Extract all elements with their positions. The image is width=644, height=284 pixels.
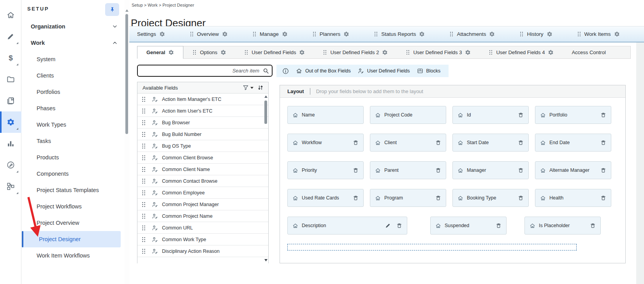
search-icon[interactable] xyxy=(263,68,269,74)
filter-caret-icon[interactable] xyxy=(250,87,253,89)
layout-field-portfolio[interactable]: Portfolio xyxy=(535,106,611,124)
drag-handle-icon[interactable] xyxy=(141,178,146,184)
subtab-user-defined-fields[interactable]: User Defined Fields xyxy=(235,46,314,58)
drag-handle-icon[interactable] xyxy=(141,108,146,114)
subtab-user-defined-fields-4[interactable]: User Defined Fields 4 xyxy=(480,46,563,58)
drag-handle-icon[interactable] xyxy=(244,49,248,55)
trash-icon[interactable] xyxy=(518,139,524,146)
trash-icon[interactable] xyxy=(600,195,606,201)
chevron-down-icon[interactable] xyxy=(112,24,118,29)
field-drop-zone[interactable] xyxy=(287,244,577,250)
sort-icon[interactable] xyxy=(257,85,264,91)
tab-work-items[interactable]: Work Items xyxy=(577,31,620,37)
layout-field-client[interactable]: Client xyxy=(370,134,446,152)
layout-field-used-rate-cards[interactable]: Used Rate Cards xyxy=(287,189,364,207)
edit-icon[interactable] xyxy=(385,222,391,229)
tab-gear-icon[interactable] xyxy=(489,31,495,37)
trash-icon[interactable] xyxy=(435,139,441,146)
sidebar-item-project-status-templates[interactable]: Project Status Templates xyxy=(22,182,124,198)
rail-folder-icon[interactable] xyxy=(0,69,21,90)
layout-field-manager[interactable]: Manager xyxy=(452,161,529,179)
drag-handle-icon[interactable] xyxy=(141,120,146,126)
drag-handle-icon[interactable] xyxy=(141,96,146,102)
tab-gear-icon[interactable] xyxy=(382,49,388,55)
tab-gear-icon[interactable] xyxy=(168,49,174,55)
layout-field-workflow[interactable]: Workflow xyxy=(287,134,364,152)
layout-field-alternate-manager[interactable]: Alternate Manager xyxy=(535,161,611,179)
trash-icon[interactable] xyxy=(518,112,524,118)
tab-gear-icon[interactable] xyxy=(299,49,305,55)
trash-icon[interactable] xyxy=(496,222,501,229)
layout-field-health[interactable]: Health xyxy=(535,189,611,207)
drag-handle-icon[interactable] xyxy=(489,49,493,55)
field-item-bug-build-number[interactable]: Bug Build Number xyxy=(137,129,268,140)
tab-planners[interactable]: Planners xyxy=(312,31,349,37)
tab-gear-icon[interactable] xyxy=(465,49,471,55)
sidebar-item-components[interactable]: Components xyxy=(22,166,124,182)
drag-handle-icon[interactable] xyxy=(192,49,197,55)
trash-icon[interactable] xyxy=(353,195,359,201)
drag-handle-icon[interactable] xyxy=(190,31,194,37)
layout-field-start-date[interactable]: Start Date xyxy=(452,134,529,152)
scroll-up-arrow-icon[interactable] xyxy=(264,95,267,98)
fields-list-scrollbar[interactable] xyxy=(263,93,268,263)
rail-gear-icon[interactable] xyxy=(0,111,21,133)
tab-history[interactable]: History xyxy=(519,31,552,37)
filter-icon[interactable] xyxy=(243,85,249,91)
search-input[interactable] xyxy=(138,65,272,76)
tab-status-reports[interactable]: Status Reports xyxy=(374,31,425,37)
drag-handle-icon[interactable] xyxy=(141,236,146,243)
pin-button[interactable] xyxy=(105,3,119,16)
sidebar-item-work-item-workflows[interactable]: Work Item Workflows xyxy=(22,247,124,264)
tab-attachments[interactable]: Attachments xyxy=(449,31,495,37)
subtab-user-defined-fields-2[interactable]: User Defined Fields 2 xyxy=(314,46,397,58)
trash-icon[interactable] xyxy=(396,222,402,229)
sidebar-item-system[interactable]: System xyxy=(22,51,124,67)
field-item-common-client-name[interactable]: Common Client Name xyxy=(137,164,268,175)
tab-gear-icon[interactable] xyxy=(547,31,553,37)
sidebar-item-work-types[interactable]: Work Types xyxy=(22,116,124,133)
sidebar-item-organization[interactable]: Organization xyxy=(22,18,124,35)
layout-field-suspended[interactable]: Suspended xyxy=(430,217,507,235)
trash-icon[interactable] xyxy=(435,195,441,201)
field-item-common-employee[interactable]: Common Employee xyxy=(137,187,268,199)
sidebar-item-work[interactable]: Work xyxy=(22,35,124,51)
sidebar-item-project-designer[interactable]: Project Designer xyxy=(22,231,121,247)
drag-handle-icon[interactable] xyxy=(577,31,581,37)
drag-handle-icon[interactable] xyxy=(141,248,146,254)
trash-icon[interactable] xyxy=(518,195,524,201)
drag-handle-icon[interactable] xyxy=(449,31,454,37)
field-item-bug-browser[interactable]: Bug Browser xyxy=(137,117,268,129)
layout-field-booking-type[interactable]: Booking Type xyxy=(452,189,529,207)
rail-dollar-icon[interactable] xyxy=(0,47,21,69)
drag-handle-icon[interactable] xyxy=(374,31,378,37)
field-item-common-project-manager[interactable]: Common Project Manager xyxy=(137,199,268,210)
trash-icon[interactable] xyxy=(353,167,359,173)
field-item-action-item-manager-s-etc[interactable]: Action Item Manager's ETC xyxy=(137,93,268,105)
field-item-bug-os-type[interactable]: Bug OS Type xyxy=(137,140,268,152)
subtab-access-control[interactable]: Access Control xyxy=(563,46,614,58)
rail-book-icon[interactable] xyxy=(0,90,21,111)
tab-manage[interactable]: Manage xyxy=(252,31,288,37)
drag-handle-icon[interactable] xyxy=(406,49,410,55)
sidebar-item-tasks[interactable]: Tasks xyxy=(22,133,124,149)
layout-field-description[interactable]: Description xyxy=(287,217,407,235)
trash-icon[interactable] xyxy=(600,112,606,118)
sidebar-item-clients[interactable]: Clients xyxy=(22,67,124,84)
subtab-general[interactable]: General xyxy=(137,46,183,59)
sidebar-scrollbar[interactable] xyxy=(125,0,129,284)
drag-handle-icon[interactable] xyxy=(141,131,146,138)
scroll-up-arrow-icon[interactable] xyxy=(125,9,128,12)
field-item-action-item-user-s-etc[interactable]: Action Item User's ETC xyxy=(137,105,268,117)
subtab-options[interactable]: Options xyxy=(183,46,235,58)
tab-overview[interactable]: Overview xyxy=(190,31,228,37)
tab-gear-icon[interactable] xyxy=(614,31,620,37)
drag-handle-icon[interactable] xyxy=(141,213,146,219)
rail-bar-chart-icon[interactable] xyxy=(0,133,21,154)
scrollbar-thumb[interactable] xyxy=(264,101,267,124)
trash-icon[interactable] xyxy=(353,139,359,146)
sidebar-item-project-overview[interactable]: Project Overview xyxy=(22,215,124,231)
tab-gear-icon[interactable] xyxy=(222,31,228,37)
field-item-common-contact-browse[interactable]: Common Contact Browse xyxy=(137,175,268,187)
rail-home-icon[interactable] xyxy=(0,4,21,26)
